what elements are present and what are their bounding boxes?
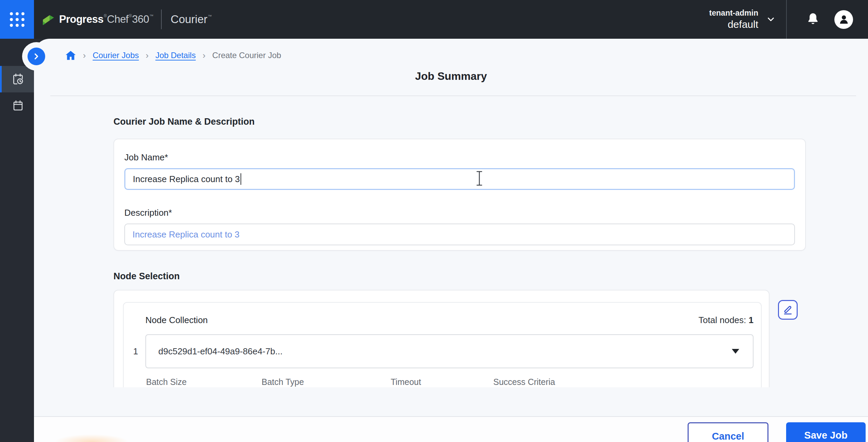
- sidebar-item-schedules[interactable]: [0, 92, 34, 119]
- topbar-right: tenant-admin default: [709, 0, 868, 39]
- description-value: Increase Replica count to 3: [132, 229, 240, 240]
- job-name-input[interactable]: Increase Replica count to 3: [124, 168, 795, 190]
- breadcrumb: › Courier Jobs › Job Details › Create Co…: [65, 50, 868, 60]
- app-grid-icon: [10, 12, 24, 27]
- topbar-divider: [161, 10, 162, 29]
- node-select-row: 1 d9c529d1-ef04-49a9-86e4-7b...: [145, 334, 754, 368]
- column-timeout: Timeout: [391, 377, 421, 387]
- description-input[interactable]: Increase Replica count to 3: [124, 224, 795, 245]
- job-name-label: Job Name*: [124, 152, 795, 163]
- job-name-value: Increase Replica count to 3: [133, 174, 240, 184]
- node-collection-select[interactable]: d9c529d1-ef04-49a9-86e4-7b...: [145, 334, 754, 368]
- calendar-icon: [12, 100, 24, 112]
- user-avatar-icon: [838, 14, 850, 25]
- text-caret: [241, 173, 241, 185]
- breadcrumb-link-job-details[interactable]: Job Details: [155, 51, 196, 60]
- tenant-name: tenant-admin: [709, 8, 758, 18]
- total-nodes-value: 1: [749, 315, 754, 325]
- brand-text: Progress®Chef®360™: [59, 13, 154, 25]
- batch-settings-header-row: Batch Size Batch Type Timeout Success Cr…: [145, 377, 754, 387]
- tenant-environment: default: [709, 18, 758, 31]
- node-collection-selected-value: d9c529d1-ef04-49a9-86e4-7b...: [158, 346, 283, 357]
- home-breadcrumb-button[interactable]: [65, 50, 76, 60]
- breadcrumb-separator: ›: [83, 51, 86, 60]
- topbar: Progress®Chef®360™ Courier™ tenant-admin…: [0, 0, 868, 39]
- sidebar-expand-button[interactable]: [28, 48, 45, 65]
- app-name: Courier™: [171, 13, 212, 26]
- total-nodes: Total nodes: 1: [698, 315, 754, 325]
- footer-action-bar: Cancel Save Job: [34, 416, 868, 442]
- breadcrumb-current: Create Courier Job: [212, 51, 281, 60]
- node-row-index: 1: [133, 346, 138, 357]
- title-divider: [50, 95, 856, 96]
- node-collection-card: Node Collection Total nodes: 1 1 d9c529d…: [123, 302, 762, 387]
- app-window: Progress®Chef®360™ Courier™ tenant-admin…: [0, 0, 868, 442]
- scroll-area: › Courier Jobs › Job Details › Create Co…: [34, 39, 868, 387]
- pencil-icon: [782, 304, 794, 316]
- brand-logo-group: Progress®Chef®360™: [41, 12, 154, 26]
- save-job-button[interactable]: Save Job: [786, 422, 866, 442]
- user-avatar-button[interactable]: [834, 10, 853, 29]
- home-icon: [65, 50, 76, 60]
- column-batch-size: Batch Size: [146, 377, 187, 387]
- node-selection-heading: Node Selection: [113, 271, 806, 282]
- progress-logo-icon: [41, 12, 55, 26]
- breadcrumb-separator: ›: [202, 51, 206, 60]
- page-title: Job Summary: [34, 70, 868, 83]
- node-selection-row: Node Collection Total nodes: 1 1 d9c529d…: [113, 290, 806, 387]
- edit-node-selection-button[interactable]: [778, 300, 798, 320]
- chevron-right-icon: [32, 52, 41, 61]
- scheduled-jobs-icon: [12, 73, 24, 86]
- tenant-menu[interactable]: tenant-admin default: [709, 8, 758, 31]
- notifications-button[interactable]: [807, 12, 819, 27]
- bell-icon: [807, 12, 819, 26]
- topbar-divider: [786, 0, 787, 39]
- main-content: › Courier Jobs › Job Details › Create Co…: [34, 39, 868, 442]
- dropdown-caret-icon: [732, 349, 739, 354]
- breadcrumb-link-courier-jobs[interactable]: Courier Jobs: [93, 51, 139, 60]
- column-success-criteria: Success Criteria: [493, 377, 555, 387]
- cancel-button[interactable]: Cancel: [688, 422, 768, 442]
- name-description-card: Job Name* Increase Replica count to 3 De…: [113, 139, 806, 251]
- breadcrumb-separator: ›: [146, 51, 149, 60]
- name-description-heading: Courier Job Name & Description: [113, 117, 806, 127]
- sidebar: [0, 39, 34, 442]
- app-launcher-button[interactable]: [0, 0, 34, 39]
- chevron-down-icon[interactable]: [766, 14, 776, 24]
- column-batch-type: Batch Type: [262, 377, 304, 387]
- node-selection-card: Node Collection Total nodes: 1 1 d9c529d…: [113, 290, 769, 387]
- form-area: Courier Job Name & Description Job Name*…: [113, 117, 806, 387]
- node-collection-label: Node Collection: [145, 315, 208, 325]
- description-label: Description*: [124, 208, 795, 218]
- sidebar-item-courier-jobs[interactable]: [0, 66, 34, 92]
